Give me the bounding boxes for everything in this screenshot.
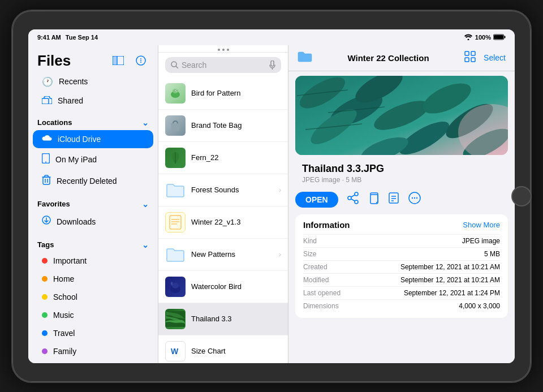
sidebar-tag-family[interactable]: Family [33, 343, 153, 360]
detail-header: Winter 22 Collection Select [288, 45, 515, 71]
list-item[interactable]: Winter 22_v1.3 [158, 206, 288, 239]
sidebar-tag-important[interactable]: Important [33, 252, 153, 269]
sidebar-title: Files [37, 52, 71, 70]
sidebar-item-icloud[interactable]: iCloud Drive [33, 130, 153, 148]
file-chevron: › [279, 186, 281, 194]
trash-icon [42, 175, 51, 187]
svg-line-65 [351, 195, 355, 197]
status-date: Tue Sep 14 [66, 34, 98, 41]
locations-chevron[interactable]: ⌄ [142, 118, 149, 127]
file-thumbnail [165, 148, 186, 168]
more-options-icon[interactable] [133, 53, 149, 68]
search-bar[interactable]: Search [165, 57, 281, 73]
svg-line-66 [351, 199, 355, 201]
preview-image [295, 76, 508, 155]
svg-point-0 [467, 39, 469, 41]
home-button[interactable] [511, 186, 532, 206]
favorites-chevron[interactable]: ⌄ [142, 200, 149, 209]
sidebar-tag-travel[interactable]: Travel [33, 325, 153, 342]
info-value: September 12, 2021 at 10:21 AM [400, 263, 500, 271]
info-label: Kind [303, 237, 317, 245]
list-item[interactable]: Bird for Pattern [158, 77, 288, 110]
info-row-created: Created September 12, 2021 at 10:21 AM [303, 260, 500, 273]
svg-rect-14 [43, 177, 50, 184]
show-more-button[interactable]: Show More [463, 221, 500, 229]
sidebar-item-downloads[interactable]: Downloads [33, 212, 153, 232]
sidebar-item-label: Recents [59, 77, 88, 86]
school-dot [42, 294, 48, 300]
sidebar-section-locations: Locations ⌄ [28, 110, 158, 130]
file-name: Brand Tote Bag [191, 121, 281, 130]
status-bar: 9:41 AM Tue Sep 14 100% [28, 29, 515, 45]
file-name: Fern_22 [191, 153, 281, 162]
info-label: Modified [303, 276, 329, 284]
svg-point-8 [140, 58, 141, 59]
sidebar-item-recents[interactable]: 🕐 Recents [33, 72, 153, 91]
svg-point-75 [416, 197, 417, 199]
icloud-icon [42, 134, 52, 144]
sidebar-tag-music[interactable]: Music [33, 307, 153, 324]
file-subtitle: JPEG image · 5 MB [302, 176, 501, 184]
folder-icon [298, 51, 312, 65]
dot3 [227, 49, 229, 51]
file-thumbnail [165, 212, 186, 232]
mic-icon [269, 61, 275, 70]
sidebar-item-deleted[interactable]: Recently Deleted [33, 171, 153, 191]
detail-title: Winter 22 Collection [348, 53, 429, 63]
sidebar-item-shared[interactable]: Shared [33, 92, 153, 110]
battery-icon [493, 34, 506, 40]
main-content: Files 🕐 Recents [28, 45, 515, 363]
ipad-icon [42, 153, 50, 166]
svg-rect-28 [170, 216, 181, 229]
file-thumbnail [165, 244, 186, 265]
info-label: Created [303, 263, 327, 271]
list-item[interactable]: W Size Chart [158, 335, 288, 363]
list-item[interactable]: Watercolor Bird [158, 271, 288, 303]
search-placeholder: Search [182, 61, 266, 70]
svg-rect-21 [271, 61, 274, 66]
grid-view-icon[interactable] [464, 51, 476, 64]
select-button[interactable]: Select [484, 53, 506, 62]
svg-point-63 [348, 196, 351, 200]
svg-point-74 [413, 197, 415, 199]
info-value: September 12, 2021 at 10:21 AM [400, 276, 500, 284]
copy-icon[interactable] [368, 192, 379, 207]
family-dot [42, 348, 48, 354]
sidebar-tag-home[interactable]: Home [33, 270, 153, 287]
shared-icon [42, 96, 52, 106]
file-thumbnail [165, 83, 186, 104]
file-chevron: › [279, 251, 281, 259]
list-item-selected[interactable]: Thailand 3.3 [158, 303, 288, 335]
home-dot [42, 276, 48, 282]
info-section: Information Show More Kind JPEG image Si… [295, 214, 508, 318]
dot1 [218, 49, 220, 51]
sidebar-tag-school[interactable]: School [33, 288, 153, 305]
tags-chevron[interactable]: ⌄ [142, 240, 149, 249]
info-value: September 12, 2021 at 1:24 PM [404, 289, 500, 297]
info-icon[interactable] [388, 192, 399, 207]
sidebar-toggle-icon[interactable] [110, 53, 126, 68]
list-item[interactable]: Fern_22 [158, 142, 288, 174]
file-browser: Search Bird for Pattern [158, 45, 288, 363]
sidebar-item-ipad[interactable]: On My iPad [33, 149, 153, 170]
open-button[interactable]: OPEN [295, 192, 338, 208]
svg-rect-4 [113, 56, 117, 65]
battery-text: 100% [475, 34, 491, 41]
detail-header-actions: Select [464, 51, 506, 64]
info-header: Information Show More [303, 220, 500, 230]
svg-rect-45 [465, 58, 469, 62]
info-label: Dimensions [303, 302, 339, 310]
file-name: Size Chart [191, 347, 281, 355]
more-action-icon[interactable] [408, 192, 421, 207]
file-thumbnail [165, 309, 186, 329]
file-name: Winter 22_v1.3 [191, 218, 281, 226]
list-item[interactable]: New Patterns › [158, 239, 288, 271]
svg-point-62 [355, 192, 358, 196]
file-title: Thailand 3.3.JPG [302, 163, 501, 175]
svg-point-9 [140, 60, 141, 61]
status-right: 100% [464, 34, 506, 41]
list-item[interactable]: Brand Tote Bag [158, 110, 288, 142]
sidebar-header-icons [110, 53, 149, 68]
list-item[interactable]: Forest Sounds › [158, 174, 288, 206]
share-icon[interactable] [347, 192, 359, 207]
